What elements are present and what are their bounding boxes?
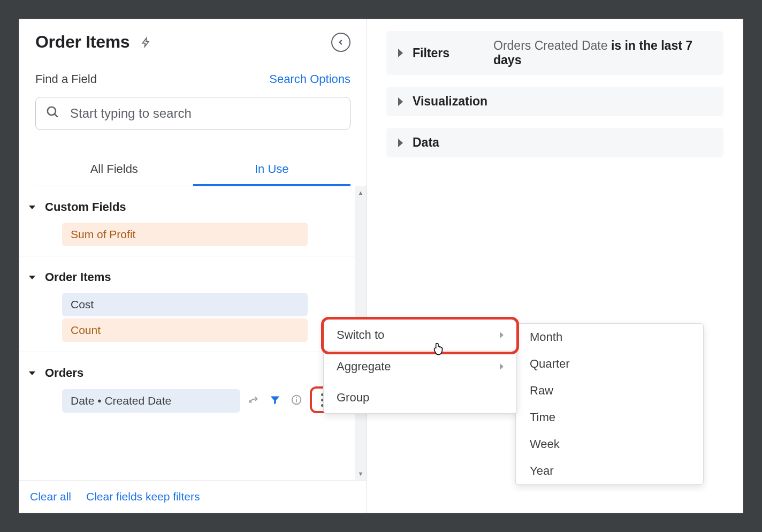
title-row: Order Items [35,32,350,52]
submenu-caret-icon [500,363,504,370]
bolt-icon[interactable] [137,33,155,51]
menu-item-group[interactable]: Group [324,382,516,413]
submenu-item-raw[interactable]: Raw [516,377,703,404]
group-orders: Orders Date • Created Date [19,352,367,423]
app-frame: Order Items Find a Field Search Options [19,19,743,513]
accordion-title: Filters [413,46,449,60]
caret-right-icon [398,139,403,147]
group-order-items: Order Items Cost Count [19,256,367,352]
find-field-label: Find a Field [35,72,97,86]
filter-icon[interactable] [267,392,283,408]
submenu-item-year[interactable]: Year [516,458,703,484]
menu-item-label: Group [337,391,369,405]
group-header-orders[interactable]: Orders [29,362,350,386]
search-options-link[interactable]: Search Options [269,72,350,86]
search-box[interactable] [35,97,350,130]
submenu-item-week[interactable]: Week [516,431,703,458]
field-tabs: All Fields In Use [35,154,350,186]
field-picker-panel: Order Items Find a Field Search Options [19,19,367,513]
submenu-item-month[interactable]: Month [516,324,703,351]
filters-summary-prefix: Orders Created Date [493,39,611,52]
submenu-item-quarter[interactable]: Quarter [516,351,703,377]
explore-title: Order Items [35,32,129,52]
accordion-title: Data [413,135,439,150]
group-header-order-items[interactable]: Order Items [29,266,350,291]
group-label: Custom Fields [45,200,126,214]
field-row-date-created: Date • Created Date [62,386,334,413]
menu-item-switch-to[interactable]: Switch to [324,320,516,351]
submenu-caret-icon [500,332,504,338]
pivot-icon[interactable] [246,392,262,408]
caret-down-icon [29,206,35,209]
group-header-custom[interactable]: Custom Fields [29,196,350,221]
caret-down-icon [29,371,35,375]
menu-item-label: Switch to [337,328,384,342]
caret-right-icon [398,97,403,106]
find-row: Find a Field Search Options [35,72,350,86]
filters-summary: Orders Created Date is in the last 7 day… [493,39,712,67]
field-date-created[interactable]: Date • Created Date [62,389,240,413]
svg-point-0 [48,107,56,115]
field-picker-header: Order Items Find a Field Search Options [19,19,367,186]
scroll-up-icon: ▲ [358,189,364,196]
search-input[interactable] [69,105,340,121]
field-sum-of-profit[interactable]: Sum of Profit [62,223,308,246]
info-icon[interactable] [288,392,304,408]
tab-all-fields[interactable]: All Fields [35,154,193,186]
accordion-filters[interactable]: Filters Orders Created Date is in the la… [386,31,723,75]
group-label: Order Items [45,270,111,284]
clear-all-link[interactable]: Clear all [30,490,71,503]
scroll-down-icon: ▼ [358,470,364,477]
accordion-data[interactable]: Data [386,128,723,157]
group-custom-fields: Custom Fields Sum of Profit [19,186,367,256]
accordion-visualization[interactable]: Visualization [386,87,723,116]
tab-in-use[interactable]: In Use [193,154,351,186]
menu-item-aggregate[interactable]: Aggregate [324,351,516,382]
submenu-item-time[interactable]: Time [516,404,703,431]
search-icon [45,105,59,122]
field-list: ▲ ▼ Custom Fields Sum of Profit Order It… [19,186,367,480]
caret-right-icon [398,49,403,57]
collapse-panel-button[interactable] [331,33,350,52]
field-context-menu: Switch to Aggregate Group [323,319,517,414]
caret-down-icon [29,276,35,279]
svg-line-1 [55,114,57,117]
field-count[interactable]: Count [62,318,308,342]
svg-point-4 [296,397,297,398]
clear-fields-keep-filters-link[interactable]: Clear fields keep filters [86,490,200,503]
footer-links: Clear all Clear fields keep filters [19,480,367,513]
accordion-title: Visualization [413,94,487,109]
switch-to-submenu: Month Quarter Raw Time Week Year [515,323,704,485]
field-cost[interactable]: Cost [62,293,308,316]
group-label: Orders [45,366,83,380]
menu-item-label: Aggregate [337,360,391,374]
